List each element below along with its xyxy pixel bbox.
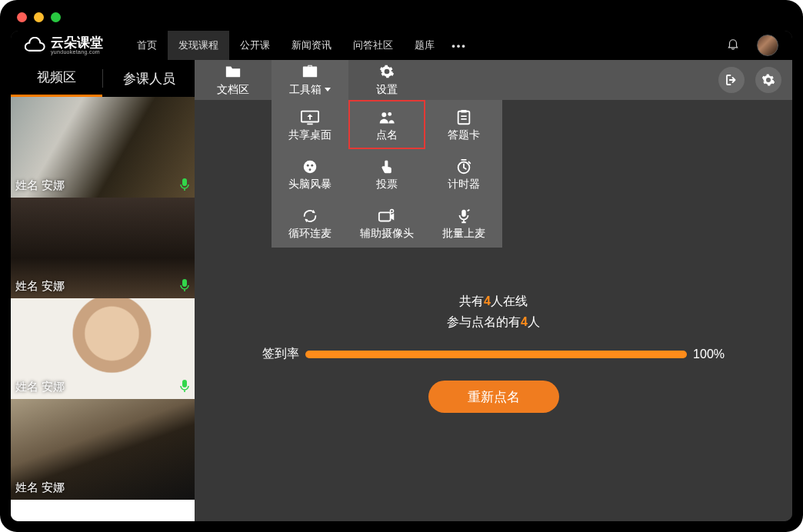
svg-point-4 [382, 112, 386, 117]
settings-button[interactable] [755, 67, 781, 93]
video-tile[interactable]: 姓名 安娜 [11, 399, 195, 500]
main-area: 文档区 工具箱 设置 [195, 60, 792, 521]
tool-vote[interactable]: 投票 [348, 149, 425, 198]
nav-more[interactable]: ••• [445, 31, 473, 60]
brand-name: 云朵课堂 [51, 36, 103, 49]
left-column: 视频区 参课人员 姓名 安娜 姓名 安娜 [11, 60, 195, 521]
svg-rect-15 [461, 210, 466, 217]
mic-on-icon [179, 379, 190, 393]
tool-cycle-mic[interactable]: 循环连麦 [272, 198, 348, 248]
mic-on-icon [179, 178, 190, 191]
body: 视频区 参课人员 姓名 安娜 姓名 安娜 [11, 60, 792, 521]
main-toolbar: 文档区 工具箱 设置 [195, 60, 792, 100]
minimize-window-button[interactable] [34, 12, 44, 22]
tab-settings[interactable]: 设置 [348, 60, 425, 100]
toolbox-dropdown: 共享桌面 点名 答题卡 头脑风暴 [272, 100, 502, 248]
chevron-down-icon [325, 88, 331, 91]
video-tile[interactable]: 姓名 安娜 [11, 97, 195, 198]
toolbar-tabs: 文档区 工具箱 设置 [195, 60, 425, 100]
tool-batch-mic[interactable]: 批量上麦 [425, 198, 502, 248]
rate-label: 签到率 [262, 346, 299, 362]
tab-doc-area[interactable]: 文档区 [195, 60, 272, 100]
nav-news[interactable]: 新闻资讯 [281, 31, 342, 60]
participant-name: 姓名 安娜 [15, 480, 65, 495]
nav-qa[interactable]: 问答社区 [342, 31, 404, 60]
blank-tile [11, 500, 195, 521]
svg-point-5 [388, 112, 392, 116]
brand-logo[interactable]: 云朵课堂 yunduoketang.com [25, 36, 103, 55]
viewport: 云朵课堂 yunduoketang.com 首页 发现课程 公开课 新闻资讯 问… [11, 31, 792, 521]
video-tile[interactable]: 姓名 安娜 [11, 298, 195, 399]
attendance-summary: 共有4人在线 参与点名的有4人 [225, 291, 761, 332]
rate-bar [305, 351, 687, 358]
attendance-panel: 共有4人在线 参与点名的有4人 签到率 100% 重新点名 [195, 291, 792, 413]
svg-rect-0 [182, 178, 187, 186]
svg-rect-6 [458, 111, 470, 125]
tab-video-area[interactable]: 视频区 [11, 60, 102, 97]
window-traffic-lights [17, 12, 61, 22]
close-window-button[interactable] [17, 12, 27, 22]
nav-discover[interactable]: 发现课程 [168, 31, 229, 60]
nav-home[interactable]: 首页 [126, 31, 168, 60]
tab-toolbox[interactable]: 工具箱 [272, 60, 348, 100]
video-tile[interactable]: 姓名 安娜 [11, 198, 195, 298]
re-rollcall-button[interactable]: 重新点名 [428, 381, 559, 413]
svg-rect-13 [379, 212, 391, 221]
toolbar-right [718, 60, 792, 100]
nav-right [726, 35, 778, 56]
exit-button[interactable] [718, 67, 745, 93]
tool-timer[interactable]: 计时器 [425, 149, 502, 198]
app-window: 云朵课堂 yunduoketang.com 首页 发现课程 公开课 新闻资讯 问… [0, 0, 803, 532]
top-nav: 云朵课堂 yunduoketang.com 首页 发现课程 公开课 新闻资讯 问… [11, 31, 792, 60]
brand-sub: yunduoketang.com [51, 49, 103, 55]
svg-point-10 [311, 165, 313, 167]
avatar[interactable] [757, 35, 778, 56]
mic-on-icon [179, 278, 190, 292]
briefcase-icon [302, 64, 318, 81]
participant-name: 姓名 安娜 [15, 279, 65, 294]
left-tabs: 视频区 参课人员 [11, 60, 195, 97]
nav-items: 首页 发现课程 公开课 新闻资讯 问答社区 题库 ••• [126, 31, 473, 60]
svg-point-11 [309, 168, 312, 171]
svg-rect-1 [182, 279, 187, 287]
bell-icon[interactable] [726, 37, 740, 54]
folder-icon [225, 64, 242, 81]
video-list: 姓名 安娜 姓名 安娜 姓名 安娜 姓名 [11, 97, 195, 521]
nav-question-bank[interactable]: 题库 [404, 31, 445, 60]
cloud-icon [25, 37, 46, 54]
svg-point-9 [307, 165, 309, 167]
participant-name: 姓名 安娜 [15, 380, 65, 394]
maximize-window-button[interactable] [51, 12, 61, 22]
tool-share-desktop[interactable]: 共享桌面 [272, 100, 348, 149]
svg-point-8 [304, 161, 317, 174]
nav-open-class[interactable]: 公开课 [229, 31, 281, 60]
tool-answer-card[interactable]: 答题卡 [425, 100, 502, 149]
participant-name: 姓名 安娜 [15, 178, 65, 193]
tool-brainstorm[interactable]: 头脑风暴 [272, 149, 348, 198]
svg-rect-2 [182, 380, 187, 387]
tab-participants[interactable]: 参课人员 [103, 60, 195, 97]
svg-rect-7 [461, 110, 466, 113]
attendance-rate-row: 签到率 100% [262, 346, 725, 362]
tool-aux-camera[interactable]: 辅助摄像头 [348, 198, 425, 248]
tool-rollcall[interactable]: 点名 [348, 100, 425, 149]
rate-percent: 100% [693, 347, 725, 361]
gear-icon [378, 64, 395, 81]
